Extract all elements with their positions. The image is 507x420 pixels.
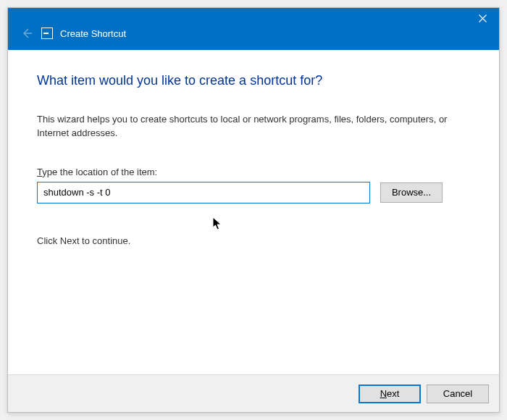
- close-button[interactable]: [466, 8, 499, 28]
- next-button[interactable]: Next: [359, 385, 421, 403]
- close-icon: [479, 14, 487, 22]
- wizard-footer: Next Cancel: [8, 374, 499, 412]
- cancel-button[interactable]: Cancel: [427, 385, 489, 403]
- continue-hint: Click Next to continue.: [37, 235, 470, 246]
- wizard-description: This wizard helps you to create shortcut…: [37, 113, 470, 140]
- back-arrow-icon: [18, 25, 35, 42]
- titlebar: Create Shortcut: [8, 8, 499, 50]
- window-title: Create Shortcut: [60, 28, 126, 39]
- create-shortcut-wizard: Create Shortcut What item would you like…: [7, 7, 500, 413]
- location-input[interactable]: [37, 182, 370, 203]
- location-label: Type the location of the item:: [37, 167, 470, 177]
- location-row: Browse...: [37, 182, 470, 203]
- shortcut-icon: [41, 28, 53, 39]
- wizard-content: What item would you like to create a sho…: [8, 50, 499, 374]
- browse-button[interactable]: Browse...: [380, 182, 443, 203]
- wizard-heading: What item would you like to create a sho…: [37, 73, 470, 88]
- cursor-icon: [212, 217, 222, 231]
